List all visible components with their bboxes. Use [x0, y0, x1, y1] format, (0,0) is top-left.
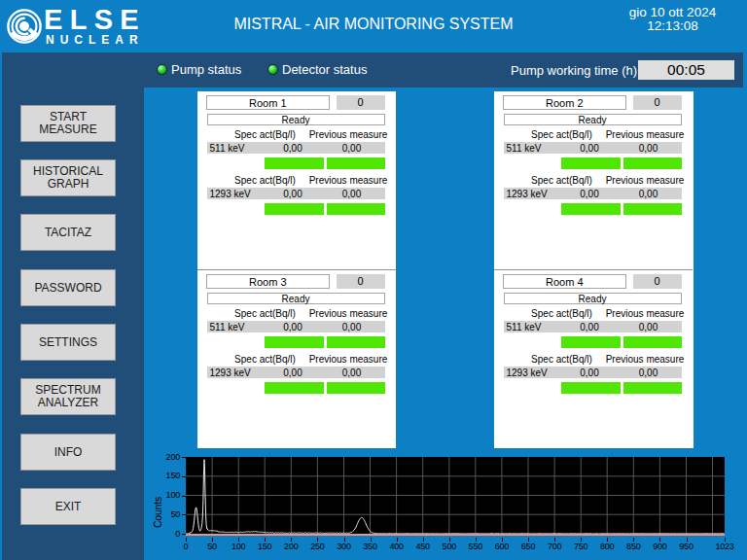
svg-text:NUCLEAR: NUCLEAR: [46, 33, 144, 47]
